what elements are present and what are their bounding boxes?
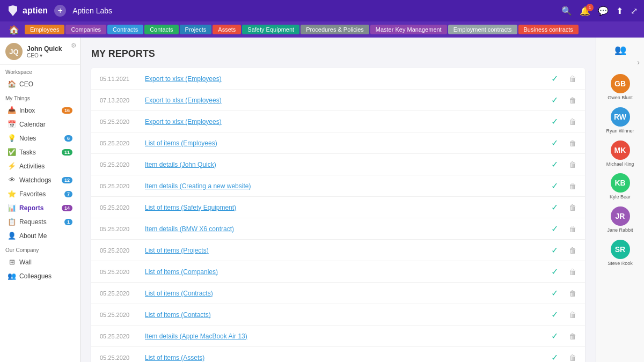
delete-icon[interactable]: 🗑 bbox=[569, 289, 576, 298]
panel-toggle: 👥 › bbox=[596, 42, 644, 71]
delete-icon[interactable]: 🗑 bbox=[569, 182, 576, 190]
colleague-item[interactable]: JR Jane Rabbit bbox=[596, 203, 644, 237]
report-link[interactable]: Export to xlsx (Employees) bbox=[145, 97, 545, 104]
export-button[interactable]: ⬆ bbox=[616, 6, 623, 16]
sidebar-item-notes[interactable]: 💡 Notes 6 bbox=[2, 131, 78, 145]
tasks-badge: 11 bbox=[62, 149, 72, 156]
table-row: 05.25.2020 List of items (Projects) ✓ 🗑 bbox=[91, 240, 585, 261]
sidebar-item-colleagues[interactable]: 👥 Colleagues bbox=[2, 269, 78, 283]
sidebar-reports-label: Reports bbox=[19, 204, 43, 212]
delete-icon[interactable]: 🗑 bbox=[569, 117, 576, 126]
colleague-item[interactable]: MK Michael King bbox=[596, 137, 644, 171]
report-link[interactable]: List of items (Companies) bbox=[145, 268, 545, 276]
delete-icon[interactable]: 🗑 bbox=[569, 75, 576, 83]
search-button[interactable]: 🔍 bbox=[561, 6, 572, 16]
delete-icon[interactable]: 🗑 bbox=[569, 203, 576, 212]
colleague-name: Ryan Winner bbox=[606, 128, 634, 134]
app-title: Aptien Labs bbox=[72, 6, 112, 15]
report-link[interactable]: List of items (Safety Equipment) bbox=[145, 204, 545, 211]
report-link[interactable]: Item details (BMW X6 contract) bbox=[145, 225, 545, 233]
colleague-item[interactable]: GB Gwen Blunt bbox=[596, 71, 644, 104]
sidebar-inbox-label: Inbox bbox=[19, 107, 35, 114]
tab-contracts[interactable]: Contracts bbox=[107, 25, 143, 34]
colleague-name: Gwen Blunt bbox=[608, 95, 633, 101]
colleague-name: Michael King bbox=[606, 161, 634, 167]
sidebar-item-watchdogs[interactable]: 👁 Watchdogs 12 bbox=[2, 173, 78, 187]
settings-icon[interactable]: ⚙ bbox=[71, 42, 77, 49]
delete-icon[interactable]: 🗑 bbox=[569, 246, 576, 255]
report-link[interactable]: List of items (Contracts) bbox=[145, 290, 545, 297]
colleague-item[interactable]: RW Ryan Winner bbox=[596, 104, 644, 137]
sidebar-item-requests[interactable]: 📋 Requests 1 bbox=[2, 215, 78, 228]
sidebar-item-about-me[interactable]: 👤 About Me bbox=[2, 229, 78, 242]
report-link[interactable]: List of items (Employees) bbox=[145, 139, 545, 147]
report-link[interactable]: Item details (Creating a new website) bbox=[145, 182, 545, 190]
report-date: 05.25.2020 bbox=[100, 333, 138, 339]
page-title: MY REPORTS bbox=[91, 48, 585, 60]
sidebar-item-inbox[interactable]: 📥 Inbox 16 bbox=[2, 104, 78, 117]
sidebar-item-ceo[interactable]: 🏠 CEO bbox=[2, 77, 78, 91]
notifications-button[interactable]: 🔔 1 bbox=[580, 6, 590, 16]
report-link[interactable]: List of items (Projects) bbox=[145, 247, 545, 254]
tab-employees[interactable]: Employees bbox=[25, 25, 64, 34]
tab-procedures[interactable]: Procedures & Policies bbox=[301, 25, 369, 34]
check-icon: ✓ bbox=[551, 73, 558, 84]
add-button[interactable]: + bbox=[54, 5, 66, 17]
colleague-avatar: SR bbox=[611, 240, 630, 259]
our-company-label: Our Company bbox=[0, 243, 80, 255]
sidebar-calendar-label: Calendar bbox=[19, 121, 46, 128]
report-link[interactable]: Export to xlsx (Employees) bbox=[145, 118, 545, 125]
logo-text: aptien bbox=[23, 6, 48, 16]
fullscreen-button[interactable]: ⤢ bbox=[631, 6, 638, 16]
delete-icon[interactable]: 🗑 bbox=[569, 139, 576, 147]
check-icon: ✓ bbox=[551, 95, 558, 105]
delete-icon[interactable]: 🗑 bbox=[569, 311, 576, 319]
report-link[interactable]: Item details (Apple MacBook Air 13) bbox=[145, 333, 545, 340]
tab-employment[interactable]: Employment contracts bbox=[448, 25, 517, 34]
sidebar-item-wall[interactable]: ⊞ Wall bbox=[2, 255, 78, 269]
sidebar-wall-label: Wall bbox=[19, 258, 32, 266]
sidebar-item-favorites[interactable]: ⭐ Favorites 7 bbox=[2, 187, 78, 201]
delete-icon[interactable]: 🗑 bbox=[569, 353, 576, 362]
sidebar-item-tasks[interactable]: ✅ Tasks 11 bbox=[2, 145, 78, 159]
report-link[interactable]: Export to xlsx (Employees) bbox=[145, 75, 545, 83]
table-row: 05.25.2020 Item details (Apple MacBook A… bbox=[91, 326, 585, 347]
delete-icon[interactable]: 🗑 bbox=[569, 160, 576, 169]
tab-companies[interactable]: Companies bbox=[65, 25, 106, 34]
tab-master[interactable]: Master Key Management bbox=[370, 25, 447, 34]
table-row: 05.25.2020 List of items (Safety Equipme… bbox=[91, 197, 585, 218]
delete-icon[interactable]: 🗑 bbox=[569, 225, 576, 233]
report-date: 05.25.2020 bbox=[100, 354, 138, 361]
sidebar-item-reports[interactable]: 📊 Reports 14 bbox=[2, 201, 78, 215]
colleagues-list: GB Gwen Blunt RW Ryan Winner MK Michael … bbox=[596, 71, 644, 270]
tab-projects[interactable]: Projects bbox=[180, 25, 212, 34]
colleague-item[interactable]: SR Steve Rook bbox=[596, 237, 644, 270]
report-link[interactable]: Item details (John Quick) bbox=[145, 161, 545, 168]
home-button[interactable]: 🏠 bbox=[4, 24, 24, 36]
colleague-name: Jane Rabbit bbox=[607, 227, 633, 233]
report-date: 05.25.2020 bbox=[100, 119, 138, 125]
tab-contacts[interactable]: Contacts bbox=[144, 25, 178, 34]
colleague-avatar: MK bbox=[611, 141, 630, 160]
tab-business[interactable]: Business contracts bbox=[518, 25, 579, 34]
sidebar-item-calendar[interactable]: 📅 Calendar bbox=[2, 117, 78, 131]
sidebar-item-activities[interactable]: ⚡ Activities bbox=[2, 159, 78, 173]
delete-icon[interactable]: 🗑 bbox=[569, 332, 576, 341]
report-link[interactable]: List of items (Contacts) bbox=[145, 311, 545, 319]
table-row: 05.25.2020 List of items (Employees) ✓ 🗑 bbox=[91, 132, 585, 154]
delete-icon[interactable]: 🗑 bbox=[569, 96, 576, 105]
notes-badge: 6 bbox=[64, 135, 72, 142]
tab-assets[interactable]: Assets bbox=[213, 25, 241, 34]
tab-safety[interactable]: Safety Equipment bbox=[242, 25, 299, 34]
panel-collapse-button[interactable]: › bbox=[637, 58, 640, 67]
watchdogs-icon: 👁 bbox=[8, 176, 16, 184]
colleague-name: Steve Rook bbox=[608, 261, 633, 267]
table-row: 05.25.2020 List of items (Contracts) ✓ 🗑 bbox=[91, 283, 585, 304]
main-content: MY REPORTS 05.11.2021 Export to xlsx (Em… bbox=[80, 38, 596, 362]
report-link[interactable]: List of items (Assets) bbox=[145, 354, 545, 361]
sidebar-watchdogs-label: Watchdogs bbox=[19, 176, 52, 184]
inbox-icon: 📥 bbox=[8, 106, 16, 114]
delete-icon[interactable]: 🗑 bbox=[569, 268, 576, 276]
colleague-item[interactable]: KB Kyle Bear bbox=[596, 170, 644, 203]
chat-button[interactable]: 💬 bbox=[598, 6, 609, 16]
